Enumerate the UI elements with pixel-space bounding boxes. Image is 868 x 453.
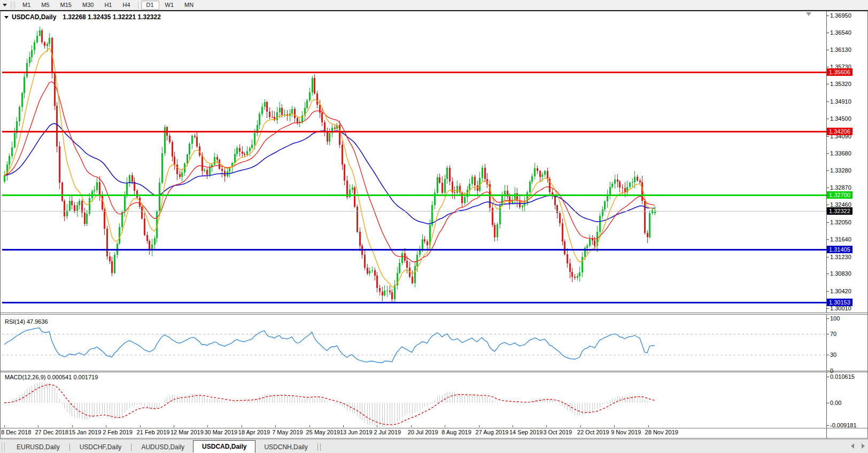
macd-signal-line (4, 385, 655, 425)
timeframe-button-m5[interactable]: M5 (36, 1, 54, 10)
moving-averages (4, 48, 655, 287)
rsi-panel (2, 328, 826, 363)
timeframe-button-h1[interactable]: H1 (99, 1, 117, 10)
chart-shift-marker-icon (806, 12, 811, 16)
timeframe-button-m15[interactable]: M15 (56, 1, 76, 10)
symbol-tabs: EURUSD,DailyUSDCHF,DailyAUDUSD,DailyUSDC… (8, 440, 322, 453)
tab-eurusd[interactable]: EURUSD,Daily (8, 442, 68, 453)
macd-histogram (5, 382, 655, 427)
caret-down-icon (3, 4, 7, 6)
price-axis-border (826, 11, 827, 438)
tab-separator (317, 443, 318, 451)
timeframe-button-m1[interactable]: M1 (18, 1, 35, 10)
rsi-line (4, 328, 655, 363)
timeframe-button-w1[interactable]: W1 (160, 1, 179, 10)
tab-usdchf[interactable]: USDCHF,Daily (71, 442, 130, 453)
tab-scroll-left-button[interactable] (851, 443, 854, 449)
candlesticks (4, 27, 656, 302)
tab-bar: EURUSD,DailyUSDCHF,DailyAUDUSD,DailyUSDC… (0, 439, 868, 453)
tab-separator (69, 443, 70, 451)
tab-scroll-arrows (851, 443, 865, 449)
tab-separator (320, 443, 321, 451)
panel-divider-macd-bottom (1, 428, 867, 428)
timeframe-button-m30[interactable]: M30 (78, 1, 98, 10)
tab-separator (131, 443, 131, 451)
fast-ma (4, 48, 655, 287)
chart-canvas[interactable] (0, 0, 868, 453)
mid-ma (4, 82, 655, 262)
timeframe-button-d1[interactable]: D1 (141, 1, 159, 10)
panel-divider-main-rsi[interactable] (1, 313, 867, 315)
timeframe-buttons: M1M5M15M30H1H4D1W1MN (17, 0, 199, 10)
chart-dropdown-button[interactable] (0, 1, 10, 10)
tabbar-grip-icon (2, 442, 5, 452)
tab-usdcnh[interactable]: USDCNH,Daily (255, 442, 316, 453)
toolbar-separator (138, 2, 138, 9)
tab-scroll-right-button[interactable] (862, 443, 865, 449)
panel-divider-rsi-macd[interactable] (1, 371, 867, 372)
timeframe-button-mn[interactable]: MN (180, 1, 198, 10)
macd-panel (4, 382, 655, 427)
timeframe-button-h4[interactable]: H4 (118, 1, 135, 10)
toolbar: M1M5M15M30H1H4D1W1MN (0, 0, 868, 10)
toolbar-grip-icon[interactable] (11, 2, 15, 9)
tab-audusd[interactable]: AUDUSD,Daily (133, 442, 193, 453)
tab-usdcad[interactable]: USDCAD,Daily (193, 440, 255, 453)
mt4-window: M1M5M15M30H1H4D1W1MN USDCAD,Daily 1.3226… (0, 0, 868, 453)
